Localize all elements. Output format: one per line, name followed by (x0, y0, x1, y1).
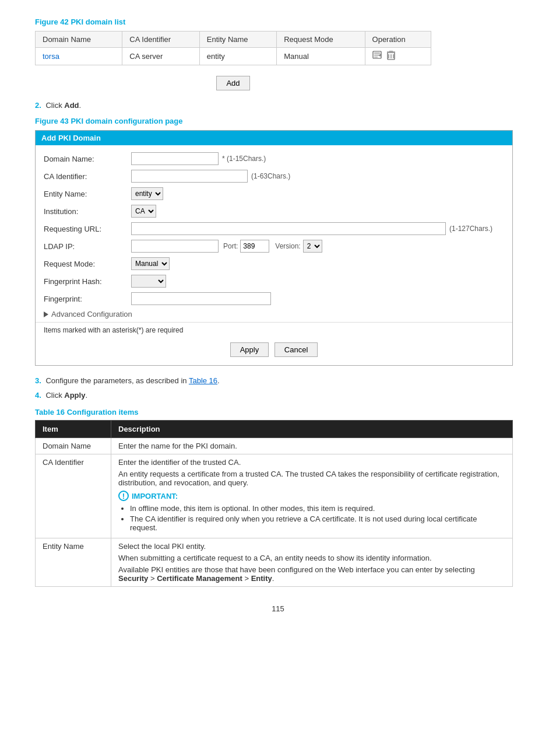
operation-cell (365, 48, 431, 65)
ca-identifier-hint: (1-63Chars.) (251, 172, 290, 180)
config-table: Item Description Domain Name Enter the n… (35, 420, 513, 587)
row-desc-ca: Enter the identifier of the trusted CA. … (111, 454, 513, 538)
step3-text: Configure the parameters, as described i… (45, 376, 188, 385)
fingerprint-hash-select[interactable] (131, 275, 166, 288)
institution-select[interactable]: CA (131, 205, 156, 218)
domain-name-control: * (1-15Chars.) (131, 152, 504, 165)
requesting-url-row: Requesting URL: (1-127Chars.) (36, 220, 512, 237)
ca-identifier-row: CA Identifier: (1-63Chars.) (36, 167, 512, 185)
ldap-ip-label: LDAP IP: (44, 242, 131, 251)
step2-prefix: Click (45, 101, 64, 110)
table16-link[interactable]: Table 16 (189, 376, 217, 385)
fingerprint-hash-row: Fingerprint Hash: (36, 272, 512, 290)
page-number: 115 (35, 604, 521, 613)
add-button-container: Add (35, 76, 431, 90)
form-body: Domain Name: * (1-15Chars.) CA Identifie… (36, 145, 512, 365)
request-mode-label: Request Mode: (44, 260, 131, 268)
table16-caption: Table 16 Configuration items (35, 408, 521, 416)
step4-text: Click (45, 391, 64, 400)
svg-rect-1 (374, 52, 380, 54)
domain-name-label: Domain Name: (44, 155, 131, 163)
table-row: Domain Name Enter the name for the PKI d… (36, 438, 513, 454)
fingerprint-hash-label: Fingerprint Hash: (44, 277, 131, 286)
ca-desc-2: An entity requests a certificate from a … (118, 470, 505, 487)
form-header: Add PKI Domain (36, 131, 512, 145)
requesting-url-label: Requesting URL: (44, 225, 131, 233)
requesting-url-hint: (1-127Chars.) (449, 225, 492, 233)
row-desc-entity: Select the local PKI entity. When submit… (111, 538, 513, 587)
request-mode-control: Manual (131, 257, 504, 270)
request-mode-row: Request Mode: Manual (36, 255, 512, 272)
edit-icon[interactable] (372, 53, 385, 62)
ca-desc-1: Enter the identifier of the trusted CA. (118, 458, 505, 467)
triangle-icon (44, 312, 48, 317)
add-button[interactable]: Add (216, 76, 249, 90)
cert-mgmt-bold: Certificate Management (157, 574, 242, 583)
pki-list-table: Domain Name CA Identifier Entity Name Re… (35, 31, 431, 65)
mode-cell: Manual (277, 48, 365, 65)
ldap-version-select[interactable]: 2 (303, 240, 322, 253)
advanced-config-label: Advanced Configuration (51, 310, 132, 318)
institution-label: Institution: (44, 207, 131, 216)
table16-header-item: Item (36, 421, 111, 438)
col-header-ca: CA Identifier (122, 32, 199, 48)
step2-dot: . (79, 101, 82, 110)
list-item: In offline mode, this item is optional. … (130, 504, 505, 513)
institution-control: CA (131, 205, 504, 218)
entity-name-control: entity (131, 187, 504, 200)
step4-bold: Apply (64, 391, 85, 400)
ca-identifier-label: CA Identifier: (44, 172, 131, 181)
ca-id-cell: CA server (122, 48, 199, 65)
step2-bold: Add (64, 101, 79, 110)
advanced-config-row[interactable]: Advanced Configuration (36, 307, 512, 321)
table-row: CA Identifier Enter the identifier of th… (36, 454, 513, 538)
entity-name-row: Entity Name: entity (36, 185, 512, 202)
ldap-version-label: Version: (275, 242, 300, 250)
ldap-ip-control: Port: Version: 2 (131, 240, 504, 253)
fingerprint-control (131, 292, 504, 305)
domain-desc-text: Enter the name for the PKI domain. (118, 442, 237, 450)
domain-link[interactable]: torsa (43, 52, 59, 61)
delete-icon[interactable] (387, 53, 395, 62)
security-bold: Security (118, 574, 148, 583)
row-item-ca: CA Identifier (36, 454, 111, 538)
ca-bullet-list: In offline mode, this item is optional. … (118, 504, 505, 532)
ca-identifier-control: (1-63Chars.) (131, 170, 504, 183)
ldap-ip-row: LDAP IP: Port: Version: 2 (36, 237, 512, 255)
form-buttons: Apply Cancel (36, 338, 512, 360)
important-icon: ! (118, 491, 129, 501)
entity-cell: entity (199, 48, 276, 65)
domain-name-input[interactable] (131, 152, 219, 165)
row-item-domain: Domain Name (36, 438, 111, 454)
step2-text: 2. Click Add. (35, 101, 521, 110)
fingerprint-hash-control (131, 275, 504, 288)
ldap-port-input[interactable] (240, 240, 269, 253)
entity-name-label: Entity Name: (44, 190, 131, 198)
step2-number: 2. (35, 101, 41, 110)
ca-identifier-input[interactable] (131, 170, 248, 183)
svg-rect-3 (374, 57, 378, 58)
pki-config-form: Add PKI Domain Domain Name: * (1-15Chars… (35, 130, 513, 366)
step4-para: 4. Click Apply. (35, 391, 521, 400)
fingerprint-row: Fingerprint: (36, 290, 512, 307)
request-mode-select[interactable]: Manual (131, 257, 170, 270)
step3-number: 3. (35, 376, 41, 385)
ldap-ip-input[interactable] (131, 240, 219, 253)
fingerprint-input[interactable] (131, 292, 271, 305)
figure43-caption: Figure 43 PKI domain configuration page (35, 117, 521, 125)
requesting-url-input[interactable] (131, 222, 446, 235)
important-box: ! IMPORTANT: (118, 491, 505, 501)
fingerprint-label: Fingerprint: (44, 295, 131, 303)
list-item: The CA identifier is required only when … (130, 514, 505, 532)
row-item-entity: Entity Name (36, 538, 111, 587)
entity-name-select[interactable]: entity (131, 187, 163, 200)
important-label: IMPORTANT: (132, 492, 178, 501)
apply-button[interactable]: Apply (230, 342, 269, 357)
svg-rect-9 (389, 51, 393, 52)
table-row: Entity Name Select the local PKI entity.… (36, 538, 513, 587)
col-header-mode: Request Mode (277, 32, 365, 48)
figure42-caption: Figure 42 PKI domain list (35, 18, 521, 26)
step4-dot: . (85, 391, 87, 400)
col-header-entity: Entity Name (199, 32, 276, 48)
cancel-button[interactable]: Cancel (275, 342, 318, 357)
